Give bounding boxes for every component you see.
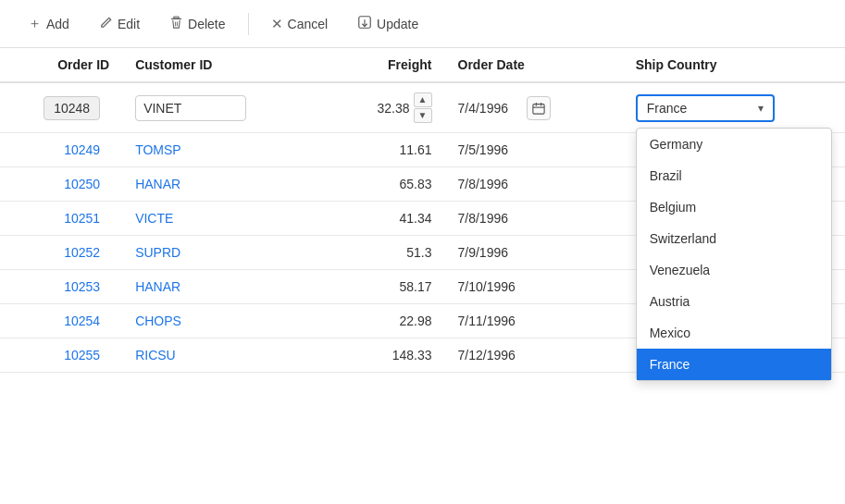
delete-button[interactable]: Delete xyxy=(158,10,236,38)
row-customer-id: TOMSP xyxy=(122,133,300,167)
row-order-id: 10253 xyxy=(0,270,122,304)
svg-rect-6 xyxy=(532,104,543,114)
row-order-date: 7/9/1996 xyxy=(445,236,623,270)
order-id-display: 10248 xyxy=(43,96,100,120)
row-order-id: 10255 xyxy=(0,338,122,373)
row-order-date: 7/8/1996 xyxy=(445,167,623,202)
row-freight: 22.98 xyxy=(300,304,444,338)
cancel-icon: ✕ xyxy=(271,16,283,32)
delete-icon xyxy=(169,16,183,32)
selected-country: France xyxy=(647,101,688,116)
edit-order-id-cell: 10248 xyxy=(0,82,122,133)
row-order-id: 10252 xyxy=(0,236,122,270)
header-ship-country: Ship Country xyxy=(623,48,845,82)
freight-up-btn[interactable]: ▲ xyxy=(414,92,432,107)
toolbar: ＋ Add Edit Delete ✕ Cancel xyxy=(0,0,845,48)
freight-down-btn[interactable]: ▼ xyxy=(414,108,432,123)
header-order-id: Order ID xyxy=(0,48,122,82)
row-order-id: 10251 xyxy=(0,202,122,236)
add-icon: ＋ xyxy=(28,15,42,32)
add-label: Add xyxy=(46,17,69,31)
edit-order-date-cell xyxy=(445,82,623,133)
dropdown-item[interactable]: Mexico xyxy=(637,317,831,349)
separator xyxy=(248,13,249,35)
table-header-row: Order ID Customer ID Freight Order Date … xyxy=(0,48,845,82)
row-customer-id: CHOPS xyxy=(122,304,300,338)
row-customer-id: RICSU xyxy=(122,338,300,373)
delete-label: Delete xyxy=(188,17,225,31)
update-button[interactable]: Update xyxy=(346,9,429,38)
freight-spinners: ▲ ▼ xyxy=(414,92,432,123)
row-order-date: 7/10/1996 xyxy=(445,270,623,304)
header-customer-id: Customer ID xyxy=(122,48,300,82)
row-customer-id: VICTE xyxy=(122,202,300,236)
country-dropdown-btn[interactable]: France ▾ xyxy=(636,94,775,122)
row-freight: 148.33 xyxy=(300,338,444,373)
dropdown-item[interactable]: Austria xyxy=(637,286,831,317)
cancel-button[interactable]: ✕ Cancel xyxy=(260,10,340,38)
country-dropdown-wrapper: France ▾ GermanyBrazilBelgiumSwitzerland… xyxy=(636,94,832,122)
svg-rect-0 xyxy=(174,16,180,18)
edit-icon xyxy=(99,16,113,32)
update-label: Update xyxy=(377,17,418,31)
cancel-label: Cancel xyxy=(288,17,329,31)
edit-button[interactable]: Edit xyxy=(88,10,151,38)
dropdown-item[interactable]: France xyxy=(637,349,831,380)
row-customer-id: HANAR xyxy=(122,167,300,202)
row-customer-id: SUPRD xyxy=(122,236,300,270)
data-table: Order ID Customer ID Freight Order Date … xyxy=(0,48,845,373)
dropdown-list: GermanyBrazilBelgiumSwitzerlandVenezuela… xyxy=(636,128,832,381)
row-order-id: 10254 xyxy=(0,304,122,338)
edit-customer-id-cell xyxy=(122,82,300,133)
row-freight: 51.3 xyxy=(300,236,444,270)
row-freight: 11.61 xyxy=(300,133,444,167)
freight-value: 32.38 xyxy=(373,101,410,116)
edit-label: Edit xyxy=(118,17,140,31)
edit-freight-cell: 32.38 ▲ ▼ xyxy=(300,82,444,133)
dropdown-item[interactable]: Germany xyxy=(637,129,831,160)
add-button[interactable]: ＋ Add xyxy=(17,9,81,38)
row-order-date: 7/12/1996 xyxy=(445,338,623,373)
edit-ship-country-cell: France ▾ GermanyBrazilBelgiumSwitzerland… xyxy=(623,82,845,133)
dropdown-item[interactable]: Switzerland xyxy=(637,223,831,254)
dropdown-item[interactable]: Brazil xyxy=(637,160,831,191)
row-order-date: 7/5/1996 xyxy=(445,133,623,167)
header-freight: Freight xyxy=(300,48,444,82)
update-icon xyxy=(357,15,372,32)
order-date-input[interactable] xyxy=(458,101,523,116)
row-freight: 65.83 xyxy=(300,167,444,202)
row-freight: 41.34 xyxy=(300,202,444,236)
header-order-date: Order Date xyxy=(445,48,623,82)
dropdown-item[interactable]: Venezuela xyxy=(637,254,831,286)
calendar-icon[interactable] xyxy=(527,96,551,120)
dropdown-item[interactable]: Belgium xyxy=(637,191,831,223)
row-order-date: 7/8/1996 xyxy=(445,202,623,236)
svg-rect-1 xyxy=(171,18,181,18)
editing-row: 10248 32.38 ▲ ▼ xyxy=(0,82,845,133)
row-freight: 58.17 xyxy=(300,270,444,304)
customer-id-input[interactable] xyxy=(135,95,246,121)
row-customer-id: HANAR xyxy=(122,270,300,304)
row-order-id: 10250 xyxy=(0,167,122,202)
row-order-date: 7/11/1996 xyxy=(445,304,623,338)
chevron-down-icon: ▾ xyxy=(758,102,764,115)
row-order-id: 10249 xyxy=(0,133,122,167)
